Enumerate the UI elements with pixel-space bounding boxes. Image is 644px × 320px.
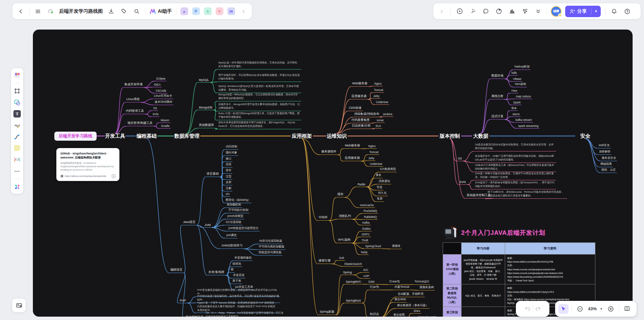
mindmap-node[interactable]: 运维知识 — [326, 133, 347, 139]
mindmap-node[interactable]: Nginx — [367, 144, 377, 149]
mindmap-node[interactable]: 编程基础 — [136, 133, 157, 139]
mindmap-node[interactable]: 中间件 — [318, 215, 329, 221]
mindmap-node[interactable]: 项目管理/构建工具 — [126, 121, 154, 126]
mindmap-node[interactable]: Web服务器 — [351, 81, 368, 87]
mindmap-node[interactable]: Hive — [511, 89, 518, 93]
github-card-url[interactable]: https://github.com/xingshaocheng/archite — [65, 175, 110, 177]
mindmap-node[interactable]: 安全 — [580, 133, 591, 139]
whiteboard-canvas[interactable]: 后端开发学习路线开发工具编程基础数据库管理应用框架运维知识版本控制大数据安全集成… — [33, 30, 633, 317]
comment-bubble-icon[interactable] — [481, 7, 490, 16]
mindmap-node[interactable]: 集成开发环境 — [123, 82, 144, 88]
mindmap-node[interactable]: 内存与垃圾回收篇 — [258, 239, 283, 244]
pages-book-icon[interactable] — [622, 304, 632, 314]
mindmap-node[interactable]: 版本控制 — [439, 133, 461, 139]
mindmap-node[interactable]: 服务器安全 — [601, 156, 617, 161]
mindmap-node[interactable]: Robo 3T是一款流行的MongoDB管理工具，它提供了直观的用户界面，便于操… — [217, 111, 301, 120]
download-icon[interactable] — [107, 7, 116, 16]
mindmap-node[interactable]: Spark — [512, 101, 522, 105]
mindmap-node[interactable]: Hbase — [512, 77, 523, 82]
mindmap-node[interactable]: SVN是一种集中式版本控制系统，它相对于Git而言在分支管理上相对复杂，但仍被一… — [474, 172, 556, 180]
mindmap-node[interactable]: 其他编程语言 — [184, 315, 205, 317]
mindmap-node[interactable]: 原子类 — [231, 279, 242, 284]
mindmap-node[interactable]: 访问控制 — [225, 145, 238, 150]
select-cursor-button[interactable] — [558, 304, 569, 314]
back-button[interactable] — [16, 7, 25, 16]
mindmap-node[interactable]: 事务 — [375, 173, 382, 178]
mindmap-node[interactable]: Eclipse — [155, 77, 166, 81]
mindmap-node[interactable]: jvm调优 — [225, 233, 237, 238]
mindmap-node[interactable]: 并发容器 — [232, 273, 246, 278]
mindmap-node[interactable]: 微服务 — [391, 244, 402, 249]
mindmap-node[interactable]: 缓存 — [336, 192, 344, 197]
mindmap-node[interactable]: 网络隔离 — [599, 162, 613, 167]
mindmap-node[interactable]: Git是目前最流行的分布式版本控制系统，它具有高效的分支管理、合并和代码追踪功能… — [474, 143, 556, 151]
mindmap-node[interactable]: Kafka — [361, 221, 371, 225]
mindmap-node[interactable]: 整合数据库（事务问题） — [396, 304, 430, 309]
document-title[interactable]: 后端开发学习路线图 — [59, 8, 103, 14]
mindmap-node[interactable]: 后端开发中，MongoDB常用于处理大量半结构化数据，例如用户日志、社交网络数据… — [217, 102, 301, 111]
mindmap-node[interactable]: Shiro — [413, 309, 421, 314]
mindmap-node[interactable]: 服务器组件 — [320, 149, 337, 155]
mindmap-node[interactable]: 加密解密 — [598, 150, 611, 155]
mindmap-node[interactable]: 其他数据库 — [198, 123, 215, 128]
mindmap-node[interactable]: Maven — [160, 119, 170, 123]
mindmap-node[interactable]: Tomcat — [368, 150, 379, 155]
mindmap-node[interactable]: 授权、认证 — [600, 168, 617, 173]
more-tools-icon[interactable]: ••• — [13, 167, 21, 175]
mindmap-node[interactable]: MySQL — [198, 78, 210, 83]
mindmap-node[interactable]: hadoop框架 — [514, 65, 531, 70]
mindmap-node[interactable]: 锁 — [230, 268, 235, 273]
mindmap-node[interactable]: MongoDB — [198, 106, 213, 110]
mindmap-node[interactable]: Git — [152, 106, 158, 111]
share-nodes-icon[interactable]: ⑃ — [204, 7, 212, 15]
mindmap-node[interactable]: 日志收集/分析 — [351, 124, 372, 129]
mindmap-node[interactable]: 流式计算 — [490, 114, 504, 120]
search-icon[interactable] — [132, 7, 141, 16]
github-link-card[interactable]: GitHub - xingshaocheng/architect-awesome… — [56, 148, 119, 181]
mindmap-node[interactable]: web安全 — [598, 143, 611, 148]
mindmap-node[interactable]: IOC — [362, 268, 369, 273]
mindmap-node[interactable]: Jetty — [367, 156, 375, 161]
mindmap-node[interactable]: 反射 — [225, 180, 232, 185]
mindmap-node[interactable]: RPC架构 — [337, 238, 352, 243]
mindmap-node[interactable]: Git命令行工具和图形化工具（如SourceTree）可以帮助开发者进行版本控制… — [474, 163, 556, 172]
mindmap-node[interactable]: 集群 — [376, 197, 384, 202]
notifications-bell-icon[interactable] — [610, 7, 619, 16]
mindmap-node[interactable]: Spring — [342, 271, 353, 275]
mindmap-node[interactable]: 语言基础 — [206, 172, 220, 177]
mindmap-node[interactable]: Jetty — [372, 94, 380, 99]
mindmap-node[interactable]: Web服务器 — [344, 143, 361, 149]
mindmap-node[interactable]: SpringSecurity — [417, 315, 437, 317]
mindmap-node[interactable]: kafka stream — [515, 118, 533, 123]
shapes-tool-icon[interactable] — [13, 99, 21, 106]
mindmap-node[interactable]: 代码管理工具 — [125, 109, 145, 114]
mindmap-node[interactable]: 编程语言 — [169, 268, 183, 273]
mindmap-node[interactable]: Solr — [338, 256, 345, 261]
mindmap-node[interactable]: 容器 — [225, 163, 232, 168]
tag-icon[interactable] — [120, 7, 128, 16]
mindmap-node[interactable]: 后端开发学习路线 — [54, 132, 97, 141]
mindmap-node[interactable]: sonar — [376, 119, 385, 123]
mindmap-node[interactable]: jvm性能监控与故障定位 — [227, 226, 260, 231]
zoom-out-button[interactable] — [575, 304, 585, 314]
mindmap-node[interactable]: 并发/多线程 — [207, 270, 225, 275]
mindmap-tool-icon[interactable] — [13, 156, 21, 163]
mindmap-node[interactable]: GC垃圾回收 — [225, 220, 243, 225]
mindmap-node[interactable]: CDN加速 — [348, 106, 363, 111]
mindmap-node[interactable]: Tomcat — [373, 88, 384, 93]
mindmap-node[interactable]: storm — [512, 112, 521, 117]
mindmap-node[interactable]: 管道 — [376, 185, 383, 190]
text-tool-icon[interactable]: T — [13, 110, 21, 118]
apps-clover-icon[interactable] — [13, 183, 21, 190]
mindmap-node[interactable]: Yarn架构 — [514, 82, 527, 87]
external-link-icon[interactable]: ⧉ — [112, 174, 115, 178]
mindmap-node[interactable]: Spring家族 — [319, 310, 335, 315]
mindmap-node[interactable]: jvm内存模型 — [226, 214, 244, 219]
more-chevrons-icon[interactable] — [534, 7, 542, 16]
frame-tool-icon[interactable] — [13, 87, 21, 95]
mindmap-node[interactable]: 整合Web — [393, 298, 407, 303]
menu-icon[interactable] — [34, 7, 42, 16]
mindmap-node[interactable]: C#、C++、Ruby、Python、Go等语言也被广泛用于后端开发，它们各自都… — [205, 311, 287, 317]
stats-icon[interactable] — [507, 7, 516, 16]
mindmap-node[interactable]: 字节码执行机制 — [227, 208, 250, 213]
